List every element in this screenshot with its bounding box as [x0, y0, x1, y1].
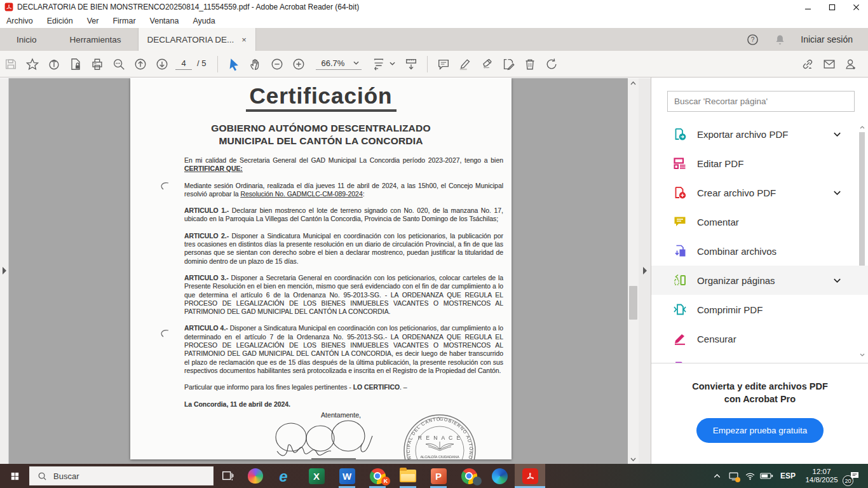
title-bar: DECLARATORIA DE BIEN MONSTRENCO20250814_…	[0, 0, 868, 14]
taskbar-app-chrome[interactable]	[454, 464, 484, 488]
maximize-button[interactable]	[820, 0, 844, 14]
chevron-down-icon	[832, 130, 842, 139]
language-indicator[interactable]: ESP	[780, 471, 796, 480]
tool-comentar[interactable]: Comentar	[651, 207, 868, 236]
taskbar-search-box[interactable]: Buscar	[29, 466, 214, 485]
copilot-icon[interactable]	[241, 464, 269, 488]
scroll-down-icon[interactable]	[858, 351, 866, 358]
previous-page-icon[interactable]	[130, 53, 151, 75]
promo-text-line2: con Acrobat Pro	[651, 393, 868, 405]
share-link-icon[interactable]	[797, 53, 818, 75]
scrollbar-thumb[interactable]	[629, 286, 637, 320]
tab-inicio[interactable]: Inicio	[0, 28, 53, 51]
next-page-icon[interactable]	[151, 53, 173, 75]
expand-left-panel-handle[interactable]	[2, 266, 7, 278]
promo-text-line1: Convierta y edite archivos PDF	[651, 380, 868, 393]
tool-comprimir-pdf[interactable]: Comprimir PDF	[651, 295, 868, 324]
combinar-archivos-icon	[673, 244, 687, 258]
sign-pen-icon[interactable]	[476, 53, 498, 75]
start-free-trial-button[interactable]: Empezar prueba gratuita	[696, 418, 824, 443]
cast-status-icon[interactable]	[726, 464, 742, 488]
menu-item-firmar[interactable]: Firmar	[112, 17, 135, 25]
scroll-down-icon[interactable]	[628, 454, 639, 464]
zoom-out-icon[interactable]	[266, 53, 288, 75]
scan-artifact	[158, 329, 170, 341]
taskbar-app-powerpoint[interactable]: P	[423, 464, 454, 488]
tool-organizar-paginas[interactable]: Organizar páginas	[651, 266, 868, 295]
menu-item-edicion[interactable]: Edición	[47, 17, 73, 25]
search-tool-icon[interactable]	[108, 53, 130, 75]
close-button[interactable]	[844, 0, 868, 14]
scrollbar-thumb[interactable]	[859, 132, 865, 266]
fit-page-icon[interactable]	[400, 53, 422, 75]
save-icon[interactable]	[0, 53, 22, 75]
expand-tools-panel-handle[interactable]	[642, 266, 648, 278]
tool-exportar-archivo-pdf[interactable]: Exportar archivo PDF	[651, 119, 868, 149]
tool-editar-pdf[interactable]: Editar PDF	[651, 149, 868, 178]
tool-censurar[interactable]: Censurar	[651, 324, 868, 353]
email-icon[interactable]	[818, 53, 840, 75]
print-icon[interactable]	[86, 53, 108, 75]
start-button[interactable]	[0, 464, 29, 488]
add-person-icon[interactable]	[840, 53, 862, 75]
protect-document-icon[interactable]	[65, 53, 86, 75]
chevron-down-icon	[832, 188, 842, 198]
tools-scrollbar[interactable]	[858, 123, 866, 358]
tool-combinar-archivos[interactable]: Combinar archivos	[651, 236, 868, 266]
battery-icon[interactable]	[759, 464, 775, 488]
tool-label: Organizar páginas	[697, 275, 775, 286]
document-paragraph-3: ARTICULO 1.- Declarar bien mostrenco el …	[184, 207, 503, 224]
taskbar-app-chrome-k[interactable]: K	[362, 464, 393, 488]
taskbar-app-edge[interactable]	[484, 464, 515, 488]
acrobat-app-icon	[4, 3, 13, 11]
comment-icon[interactable]	[433, 53, 454, 75]
tab-herramientas[interactable]: Herramientas	[53, 28, 138, 51]
document-org-name: GOBIERNO AUTÓNOMO DESCENTRALIZADO MUNICI…	[130, 122, 512, 147]
page-number-input[interactable]: 4	[175, 58, 192, 70]
toolbar-separator	[427, 56, 428, 72]
select-tool-icon[interactable]	[223, 53, 245, 75]
hidden-icons-chevron[interactable]	[709, 464, 726, 488]
refresh-icon[interactable]	[541, 53, 562, 75]
tool-crear-archivo-pdf[interactable]: Crear archivo PDF	[651, 178, 868, 207]
zoom-level-dropdown[interactable]: 66.7%	[316, 58, 362, 70]
internet-explorer-icon[interactable]: e	[269, 464, 297, 488]
taskbar-app-acrobat[interactable]	[515, 464, 545, 488]
wifi-icon[interactable]	[742, 464, 759, 488]
tools-search-input[interactable]	[667, 91, 855, 112]
star-icon[interactable]	[22, 53, 43, 75]
document-viewport[interactable]: Certificación GOBIERNO AUTÓNOMO DESCENTR…	[9, 78, 628, 464]
fill-sign-icon[interactable]	[498, 53, 519, 75]
delete-pages-icon[interactable]	[519, 53, 541, 75]
sign-in-link[interactable]: Iniciar sesión	[801, 34, 853, 44]
document-scrollbar[interactable]	[628, 78, 639, 464]
minimize-button[interactable]	[796, 0, 820, 14]
tool-preparar-formulario[interactable]: Preparar formulario	[651, 353, 868, 363]
zoom-in-icon[interactable]	[288, 53, 309, 75]
menu-bar: ArchivoEdiciónVerFirmarVentanaAyuda	[0, 14, 868, 28]
taskbar-app-explorer[interactable]	[393, 464, 423, 488]
notifications-bell-icon[interactable]	[773, 33, 787, 46]
clock[interactable]: 12:07 14/8/2025	[802, 468, 841, 484]
chevron-down-icon[interactable]	[390, 62, 395, 66]
scroll-up-icon[interactable]	[858, 123, 866, 131]
action-center-icon[interactable]: 20	[841, 464, 868, 488]
tab-document[interactable]: DECLARATORIA DE... ×	[138, 28, 256, 51]
tool-label: Comprimir PDF	[697, 304, 763, 315]
tab-document-label: DECLARATORIA DE...	[147, 35, 234, 44]
menu-item-ver[interactable]: Ver	[87, 17, 99, 25]
taskbar-app-excel[interactable]: X	[301, 464, 332, 488]
menu-item-ventana[interactable]: Ventana	[150, 17, 179, 25]
menu-item-ayuda[interactable]: Ayuda	[193, 17, 215, 25]
tab-close-icon[interactable]: ×	[241, 35, 247, 44]
taskbar-app-word[interactable]: W	[332, 464, 362, 488]
zoom-level-value: 66.7%	[321, 58, 344, 68]
hand-tool-icon[interactable]	[245, 53, 266, 75]
highlighter-icon[interactable]	[454, 53, 476, 75]
task-view-icon[interactable]	[214, 464, 241, 488]
scroll-up-icon[interactable]	[628, 78, 639, 88]
fit-width-icon[interactable]	[368, 53, 390, 75]
menu-item-archivo[interactable]: Archivo	[6, 17, 33, 25]
share-upload-icon[interactable]	[43, 53, 65, 75]
help-icon[interactable]: ?	[746, 33, 759, 46]
